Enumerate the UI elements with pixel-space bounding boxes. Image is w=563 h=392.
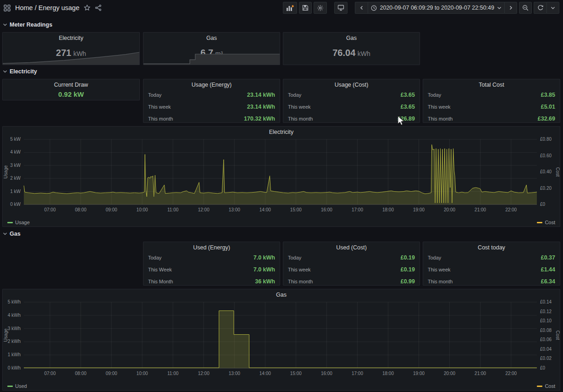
chart-legend: UsedCost	[7, 383, 555, 389]
chart-legend: UsageCost	[7, 220, 555, 225]
svg-text:1 kW: 1 kW	[10, 189, 21, 194]
zoom-out-time-button[interactable]	[519, 2, 532, 14]
gas-chart[interactable]: 0 kWh1 kWh2 kWh3 kWh4 kWh5 kWh07:0008:00…	[3, 298, 560, 378]
add-panel-button[interactable]	[283, 2, 297, 14]
svg-text:13:00: 13:00	[229, 207, 240, 212]
stat-row: This week£3.65	[288, 104, 415, 110]
electricity-chart[interactable]: 0 kW1 kW2 kW3 kW4 kW5 kW07:0008:0009:001…	[3, 136, 560, 215]
star-icon[interactable]	[84, 5, 90, 11]
svg-text:Usage: Usage	[3, 165, 8, 178]
stat-value: £0.19	[401, 254, 415, 261]
svg-text:10:00: 10:00	[137, 371, 148, 376]
svg-text:1 kWh: 1 kWh	[8, 352, 21, 357]
legend-label: Cost	[545, 383, 555, 389]
dashboard-settings-button[interactable]	[314, 2, 327, 14]
chevron-down-icon	[3, 232, 7, 236]
svg-text:11:00: 11:00	[167, 371, 179, 376]
svg-text:09:00: 09:00	[106, 371, 117, 376]
panel-title[interactable]: Electricity	[3, 127, 560, 136]
chevron-down-icon	[3, 70, 7, 73]
svg-text:21:00: 21:00	[475, 207, 486, 212]
legend-swatch	[537, 222, 542, 223]
row-title: Electricity	[10, 68, 37, 75]
panel-title[interactable]: Gas	[3, 289, 560, 298]
refresh-button[interactable]	[534, 2, 546, 14]
share-icon[interactable]	[95, 5, 102, 11]
svg-text:21:00: 21:00	[475, 371, 486, 376]
svg-text:07:00: 07:00	[44, 207, 55, 212]
panel-title[interactable]: Used (Energy)	[144, 242, 280, 251]
panel-title[interactable]: Gas	[144, 33, 280, 42]
panel-title[interactable]: Gas	[283, 33, 419, 42]
stat-row: Today23.14 kWh	[148, 92, 275, 98]
legend-item-used[interactable]: Used	[7, 383, 27, 389]
save-dashboard-button[interactable]	[299, 2, 312, 14]
panel-title[interactable]: Total Cost	[423, 79, 560, 88]
panel-used-cost: Used (Cost) Today£0.19 This week£0.19 Th…	[283, 242, 420, 286]
panel-meter-electricity: Electricity 271 kWh	[2, 32, 140, 65]
svg-text:£0.14: £0.14	[540, 299, 552, 304]
legend-item-usage[interactable]: Usage	[7, 220, 30, 225]
stat-value: £5.01	[541, 104, 555, 110]
meter-value: 76.04 kWh	[283, 48, 419, 58]
cycle-view-button[interactable]	[334, 2, 348, 14]
stat-row: Today£0.19	[288, 254, 415, 261]
legend-label: Used	[15, 383, 27, 389]
dashboard-grid-icon[interactable]	[4, 5, 11, 11]
time-range-back-button[interactable]	[355, 2, 368, 14]
svg-text:22:00: 22:00	[505, 207, 517, 212]
breadcrumb[interactable]: Home / Energy usage	[15, 4, 79, 11]
time-range-picker[interactable]: 2020-09-07 06:09:29 to 2020-09-07 22:50:…	[368, 2, 504, 14]
svg-text:£0.60: £0.60	[540, 153, 552, 158]
svg-text:Usage: Usage	[3, 328, 8, 342]
panel-title[interactable]: Used (Cost)	[283, 242, 419, 251]
stat-label: This month	[288, 116, 313, 121]
panel-current-draw: Current Draw 0.92 kW	[2, 79, 140, 100]
svg-text:14:00: 14:00	[259, 207, 271, 212]
svg-text:3 kWh: 3 kWh	[8, 326, 21, 331]
panel-gas-chart: Gas 0 kWh1 kWh2 kWh3 kWh4 kWh5 kWh07:000…	[2, 289, 560, 391]
stat-row: This month£32.69	[428, 116, 555, 122]
svg-text:17:00: 17:00	[352, 371, 363, 376]
stat-row: This Week7.0 kWh	[148, 266, 275, 273]
row-header-meter-readings[interactable]: Meter Readings	[3, 22, 52, 28]
row-header-electricity[interactable]: Electricity	[3, 68, 37, 75]
stat-value: 23.14 kWh	[247, 92, 275, 98]
panel-title[interactable]: Electricity	[3, 33, 139, 42]
stat-row: Today£3.65	[288, 92, 415, 98]
stat-label: This month	[428, 279, 453, 284]
stat-value: £3.65	[401, 92, 415, 98]
panel-title[interactable]: Usage (Cost)	[283, 79, 419, 88]
stat-value: 7.0 kWh	[254, 254, 275, 261]
stat-value: 7.0 kWh	[254, 266, 275, 273]
panel-usage-energy: Usage (Energy) Today23.14 kWh This week2…	[143, 79, 280, 123]
svg-text:Cost: Cost	[555, 167, 560, 177]
sparkline	[3, 52, 139, 65]
stat-row: This week£5.01	[428, 104, 555, 110]
stat-label: This week	[288, 104, 311, 110]
legend-label: Usage	[15, 220, 30, 225]
time-range-forward-button[interactable]	[504, 2, 517, 14]
svg-text:£0.12: £0.12	[540, 309, 552, 314]
stat-row: This Month36 kWh	[148, 278, 275, 285]
stat-label: Today	[428, 92, 441, 98]
svg-text:£0.08: £0.08	[540, 328, 552, 333]
panel-meter-gas-kwh: Gas 76.04 kWh	[283, 32, 420, 65]
svg-text:0 kW: 0 kW	[10, 202, 21, 207]
svg-text:5 kWh: 5 kWh	[8, 299, 21, 304]
refresh-interval-dropdown[interactable]	[546, 2, 559, 14]
svg-text:£0.10: £0.10	[540, 318, 552, 323]
panel-title[interactable]: Cost today	[423, 242, 560, 251]
panel-title[interactable]: Current Draw	[3, 79, 139, 88]
panel-title[interactable]: Usage (Energy)	[144, 79, 280, 88]
meter-number: 76.04	[332, 48, 355, 58]
stat-row: This month£0.99	[288, 278, 415, 285]
stat-row: Today£3.85	[428, 92, 555, 98]
svg-text:17:00: 17:00	[352, 207, 363, 212]
svg-text:£0.04: £0.04	[540, 347, 552, 352]
row-header-gas[interactable]: Gas	[3, 231, 21, 237]
current-draw-value: 0.92 kW	[3, 90, 139, 98]
time-range-text: 2020-09-07 06:09:29 to 2020-09-07 22:50:…	[380, 5, 494, 11]
legend-item-cost[interactable]: Cost	[537, 383, 555, 389]
legend-item-cost[interactable]: Cost	[537, 220, 555, 225]
